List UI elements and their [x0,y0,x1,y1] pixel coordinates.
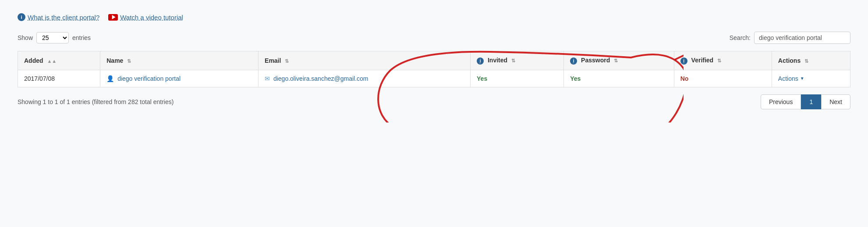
cell-invited: Yes [471,70,564,87]
controls-row: Show 10 25 50 100 entries Search: [18,32,850,44]
table-row: 2017/07/08 👤 diego verification portal ✉… [18,70,850,87]
next-button[interactable]: Next [821,94,850,109]
sort-added-icon: ▲ [47,58,57,64]
col-name[interactable]: Name ⇅ [100,51,259,70]
table-wrapper: Added ▲ Name ⇅ Email ⇅ i Invited ⇅ i [18,51,850,87]
actions-button[interactable]: Actions ▼ [778,75,804,82]
col-added[interactable]: Added ▲ [18,51,100,70]
col-name-label: Name [106,57,123,64]
email-icon: ✉ [265,75,270,82]
entries-select[interactable]: 10 25 50 100 [36,32,69,43]
caret-icon: ▼ [800,76,804,81]
info-icon: i [18,13,25,21]
cell-actions: Actions ▼ [772,70,850,87]
video-icon [108,14,118,21]
search-row: Search: [730,32,850,44]
client-portal-label: What is the client portal? [28,14,99,21]
col-verified-label: Verified [691,57,714,64]
footer-row: Showing 1 to 1 of 1 entries (filtered fr… [18,94,850,109]
sort-password-icon: ⇅ [614,58,618,64]
password-info-icon: i [570,58,577,65]
invited-info-icon: i [477,58,484,65]
col-invited-label: Invited [488,57,507,64]
entries-label: entries [72,34,91,41]
col-password-label: Password [581,57,610,64]
cell-verified: No [674,70,772,87]
user-icon: 👤 [106,75,114,82]
search-input[interactable] [754,32,850,44]
col-added-label: Added [24,57,43,64]
col-actions-label: Actions [778,57,801,64]
col-invited[interactable]: i Invited ⇅ [471,51,564,70]
table-header-row: Added ▲ Name ⇅ Email ⇅ i Invited ⇅ i [18,51,850,70]
top-links-bar: i What is the client portal? Watch a vid… [18,13,850,21]
cell-added: 2017/07/08 [18,70,100,87]
sort-actions-icon: ⇅ [804,58,808,64]
sort-verified-icon: ⇅ [717,58,721,64]
col-actions[interactable]: Actions ⇅ [772,51,850,70]
cell-email: ✉ diego.oliveira.sanchez@gmail.com [259,70,471,87]
showing-text: Showing 1 to 1 of 1 entries (filtered fr… [18,98,174,105]
col-email-label: Email [265,57,281,64]
col-email[interactable]: Email ⇅ [259,51,471,70]
verified-info-icon: i [680,58,687,65]
client-portal-link[interactable]: i What is the client portal? [18,13,99,21]
pagination: Previous 1 Next [761,94,850,109]
col-password[interactable]: i Password ⇅ [564,51,674,70]
sort-name-icon: ⇅ [127,58,131,64]
name-link[interactable]: diego verification portal [117,75,181,82]
page-1-button[interactable]: 1 [801,94,821,109]
show-label: Show [18,34,33,41]
video-tutorial-label: Watch a video tutorial [120,14,183,21]
verified-value: No [680,75,689,82]
cell-password: Yes [564,70,674,87]
sort-invited-icon: ⇅ [511,58,515,64]
email-link[interactable]: diego.oliveira.sanchez@gmail.com [273,75,368,82]
cell-name: 👤 diego verification portal [100,70,259,87]
invited-value: Yes [477,75,487,82]
search-label: Search: [730,34,751,41]
show-entries-control: Show 10 25 50 100 entries [18,32,91,43]
video-tutorial-link[interactable]: Watch a video tutorial [108,14,183,21]
col-verified[interactable]: i Verified ⇅ [674,51,772,70]
password-value: Yes [570,75,581,82]
sort-email-icon: ⇅ [285,58,289,64]
clients-table: Added ▲ Name ⇅ Email ⇅ i Invited ⇅ i [18,51,850,87]
previous-button[interactable]: Previous [761,94,801,109]
